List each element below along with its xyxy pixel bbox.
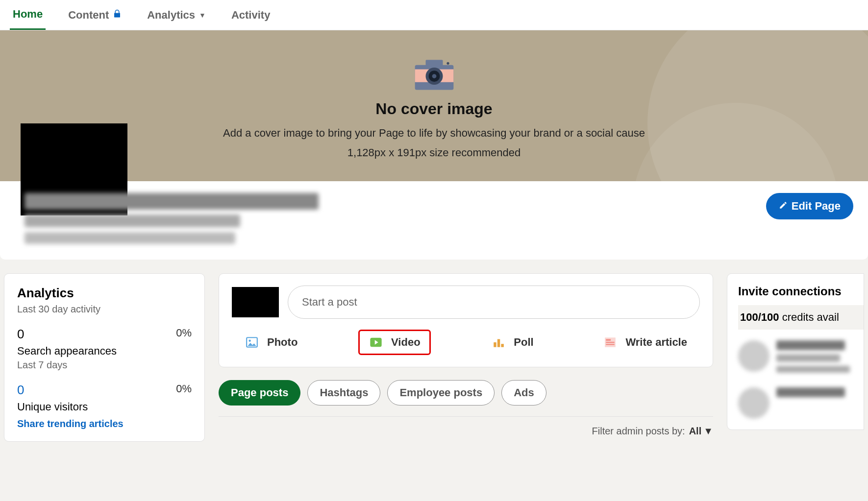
stat-search-appearances: 0 Search appearances Last 7 days 0% <box>17 327 192 371</box>
page-name-redacted <box>25 193 319 210</box>
cover-title: No cover image <box>375 100 492 118</box>
invite-title: Invite connections <box>738 285 864 298</box>
svg-point-8 <box>249 340 251 342</box>
page-tabs: Home Content Analytics ▼ Activity <box>0 0 868 30</box>
search-pct: 0% <box>176 327 192 339</box>
svg-point-5 <box>432 74 436 78</box>
post-type-article[interactable]: Write article <box>594 330 696 355</box>
tab-analytics[interactable]: Analytics ▼ <box>144 0 209 30</box>
pill-employee-posts[interactable]: Employee posts <box>387 380 495 406</box>
tab-analytics-label: Analytics <box>147 9 195 22</box>
tab-activity[interactable]: Activity <box>228 0 273 30</box>
tab-content-label: Content <box>68 9 109 22</box>
profile-text <box>25 193 319 249</box>
post-type-poll[interactable]: Poll <box>482 330 542 355</box>
svg-rect-14 <box>606 339 611 341</box>
poll-icon <box>491 336 506 349</box>
video-icon <box>369 336 383 349</box>
stat-unique-visitors: 0 Unique visitors Share trending article… <box>17 382 192 429</box>
connection-text-redacted <box>776 340 850 377</box>
pill-page-posts[interactable]: Page posts <box>219 380 300 406</box>
svg-rect-2 <box>425 60 443 66</box>
credits-count: 100/100 <box>740 311 779 323</box>
invite-card: Invite connections 100/100 credits avail <box>727 273 864 430</box>
chevron-down-icon: ▼ <box>703 426 713 437</box>
credits-rest: credits avail <box>779 311 839 323</box>
admin-filter-label: Filter admin posts by: <box>592 426 685 437</box>
invite-credits: 100/100 credits avail <box>738 305 864 330</box>
tab-home[interactable]: Home <box>10 0 46 30</box>
admin-filter-dropdown[interactable]: All ▼ <box>689 426 713 437</box>
article-label: Write article <box>625 336 687 349</box>
pencil-icon <box>779 200 788 213</box>
composer-card: Start a post Photo Video <box>219 273 713 367</box>
lock-icon <box>113 9 122 22</box>
svg-rect-16 <box>606 344 615 345</box>
start-post-input[interactable]: Start a post <box>288 286 700 319</box>
connection-text-redacted <box>776 387 845 401</box>
post-type-row: Photo Video Poll <box>232 330 700 355</box>
analytics-card: Analytics Last 30 day activity 0 Search … <box>4 273 205 442</box>
post-filter-pills: Page posts Hashtags Employee posts Ads <box>219 380 713 406</box>
visitors-pct: 0% <box>176 382 192 395</box>
svg-rect-12 <box>501 344 504 347</box>
post-type-video[interactable]: Video <box>358 330 431 355</box>
search-label: Search appearances <box>17 345 117 358</box>
edit-page-label: Edit Page <box>792 200 841 213</box>
video-label: Video <box>391 336 421 349</box>
share-trending-link[interactable]: Share trending articles <box>17 418 124 429</box>
admin-filter-value: All <box>689 426 702 437</box>
svg-rect-11 <box>497 339 500 347</box>
avatar <box>738 387 769 419</box>
photo-icon <box>245 336 259 349</box>
cover-area[interactable]: No cover image Add a cover image to brin… <box>0 30 868 181</box>
admin-filter-row: Filter admin posts by: All ▼ <box>219 416 713 437</box>
svg-rect-15 <box>606 342 615 343</box>
visitors-value[interactable]: 0 <box>17 382 124 398</box>
camera-icon <box>412 57 456 94</box>
visitors-label: Unique visitors <box>17 401 124 413</box>
cover-subtitle: Add a cover image to bring your Page to … <box>223 127 645 140</box>
tab-content[interactable]: Content <box>65 0 124 30</box>
hero-card: No cover image Add a cover image to brin… <box>0 30 868 260</box>
pill-ads[interactable]: Ads <box>501 380 546 406</box>
svg-point-6 <box>446 62 449 65</box>
photo-label: Photo <box>267 336 298 349</box>
avatar <box>738 340 769 372</box>
pill-hashtags[interactable]: Hashtags <box>307 380 380 406</box>
composer-avatar <box>232 287 279 317</box>
search-value: 0 <box>17 327 117 342</box>
analytics-title: Analytics <box>17 286 192 301</box>
svg-rect-10 <box>494 342 496 347</box>
page-meta-redacted <box>25 232 235 244</box>
page-tagline-redacted <box>25 215 240 227</box>
analytics-subtitle: Last 30 day activity <box>17 304 192 315</box>
connection-item[interactable] <box>738 340 864 377</box>
cover-size-hint: 1,128px x 191px size recommended <box>347 146 521 159</box>
profile-row: Edit Page <box>0 181 868 260</box>
connection-item[interactable] <box>738 387 864 419</box>
article-icon <box>603 336 618 349</box>
search-sub: Last 7 days <box>17 359 117 371</box>
poll-label: Poll <box>514 336 533 349</box>
edit-page-button[interactable]: Edit Page <box>766 193 853 219</box>
chevron-down-icon: ▼ <box>199 11 206 19</box>
post-type-photo[interactable]: Photo <box>236 330 306 355</box>
